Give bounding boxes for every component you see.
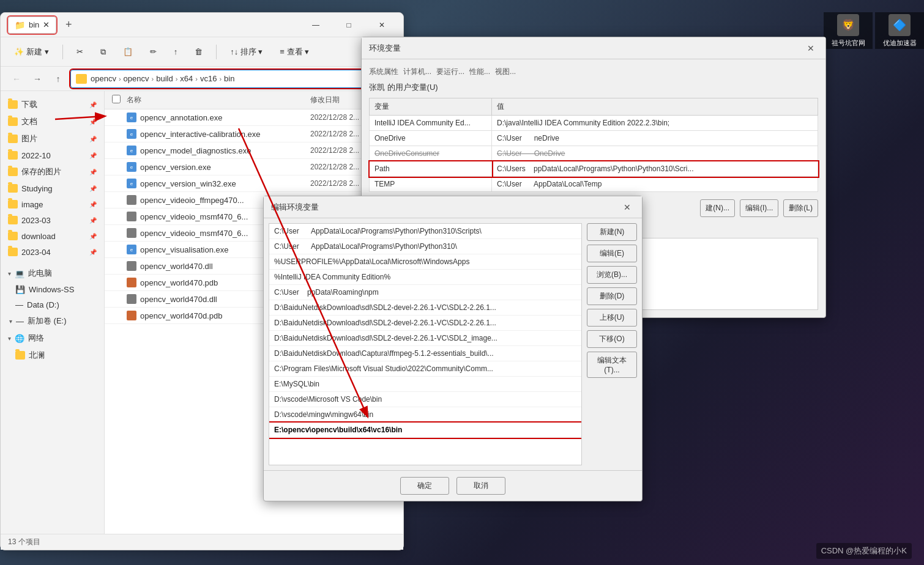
up-button[interactable]: ↑ [50,70,67,87]
file-item-4[interactable]: e opencv_version.exe 2022/12/28 2... [105,159,403,175]
path-entry-2[interactable]: C:\User AppData\Local\Programs\Python\Py… [269,239,581,254]
env-dialog-close-btn[interactable]: ✕ [803,41,818,56]
file-item-1[interactable]: e opencv_annotation.exe 2022/12/28 2... [105,109,403,126]
path-entry-5[interactable]: C:\User ppData\Roaming\npm [269,285,581,300]
env-row-onedrive-consumer[interactable]: OneDriveConsumer C:\User OneDrive [370,146,818,161]
active-tab[interactable]: 📁 bin ✕ [8,17,56,34]
path-entry-10[interactable]: C:\Program Files\Microsoft Visual Studio… [269,361,581,377]
view-button[interactable]: ≡ 查看 ▾ [274,43,315,61]
edit-env-delete-btn[interactable]: 删除(D) [587,287,637,305]
edit-env-new-btn[interactable]: 新建(N) [587,223,637,241]
path-entry-6[interactable]: D:\BaiduNetdiskDownload\sdl\SDL2-devel-2… [269,300,581,316]
path-entry-14-highlighted[interactable]: E:\opencv\opencv\build\x64\vc16\bin [269,423,581,438]
sidebar-item-new-volume-e[interactable]: ▾ — 新加卷 (E:) [1,312,104,330]
status-bar: 13 个项目 [1,534,403,550]
env-row-path[interactable]: Path C:\Users ppData\Local\Programs\Pyth… [370,161,818,177]
pdb-icon-1 [127,278,136,287]
edit-env-text-btn[interactable]: 编辑文本(T)... [587,352,637,378]
tab-close-btn[interactable]: ✕ [43,20,50,29]
sidebar-item-saved-images[interactable]: 保存的图片 📌 [1,163,104,180]
env-val-intellij: D:\java\IntelliJ IDEA Community Edition … [492,116,818,131]
pictures-folder-icon [8,134,18,144]
cut-button[interactable]: ✂ [70,44,89,59]
env-var-onedrive: OneDrive [370,131,492,146]
path-entry-9[interactable]: D:\BaiduNetdiskDownload\Captura\ffmpeg-5… [269,346,581,361]
back-button[interactable]: ← [8,70,25,87]
edit-env-cancel-btn[interactable]: 取消 [456,477,505,495]
beiluan-folder-icon [15,350,25,360]
paste-button[interactable]: 📋 [117,44,139,59]
address-folder-icon [76,74,87,84]
path-entry-7[interactable]: D:\BaiduNetdiskDownload\sdl\SDL2-devel-2… [269,316,581,331]
path-entry-8[interactable]: D:\BaiduNetdiskDownload\sdl\SDL2-devel-2… [269,331,581,346]
sidebar-item-docs[interactable]: 文档 📌 [1,113,104,130]
env-row-temp[interactable]: TEMP C:\User AppData\Local\Temp [370,177,818,192]
file-item-2[interactable]: e opencv_interactive-calibration.exe 202… [105,126,403,142]
tab-add-btn[interactable]: + [60,17,77,34]
env-row-onedrive[interactable]: OneDrive C:\User neDrive [370,131,818,146]
sort-button[interactable]: ↑↓ 排序 ▾ [224,43,269,61]
sidebar-item-2023-03[interactable]: 2023-03 📌 [1,212,104,228]
sidebar-item-download[interactable]: 下载 📌 [1,96,104,113]
edit-env-ok-btn[interactable]: 确定 [400,477,449,495]
sidebar-item-data-d[interactable]: — Data (D:) [1,297,104,312]
env-dialog-title: 环境变量 [369,43,401,54]
rename-button[interactable]: ✏ [144,44,163,59]
path-entry-11[interactable]: E:\MySQL\bin [269,377,581,392]
env-new-btn[interactable]: 建(N)... [700,199,735,217]
env-row-intellij[interactable]: IntelliJ IDEA Community Ed... D:\java\In… [370,116,818,131]
sidebar-item-2022-10[interactable]: 2022-10 📌 [1,147,104,163]
toolbar: ✨ 新建 ▾ ✂ ⧉ 📋 ✏ ↑ 🗑 ↑↓ 排序 ▾ ≡ 查看 ▾ [1,37,403,67]
exe-icon-2: e [127,129,136,139]
sidebar-item-windows-ss[interactable]: 💾 Windows-SS [1,282,104,297]
network-icon: 🌐 [15,334,24,343]
sidebar-item-beiluan[interactable]: 北澜 [1,347,104,364]
dll-icon-1 [127,195,136,205]
new-button[interactable]: ✨ 新建 ▾ [8,43,55,61]
sidebar-item-network[interactable]: ▾ 🌐 网络 [1,330,104,347]
env-var-path: Path [370,161,492,177]
file-item-5[interactable]: e opencv_version_win32.exe 2022/12/28 2.… [105,175,403,192]
copy-button[interactable]: ⧉ [94,44,112,60]
minimize-btn[interactable]: — [302,15,330,35]
edit-env-close-btn[interactable]: ✕ [620,200,635,215]
env-val-onedrive-consumer: C:\User OneDrive [492,146,818,161]
file-list-header: 名称 修改日期 [105,91,403,109]
pc-icon: 💻 [15,269,24,278]
sidebar-item-image[interactable]: image 📌 [1,196,104,212]
path-entry-4[interactable]: %IntelliJ IDEA Community Edition% [269,270,581,285]
download-folder-icon [8,100,18,109]
env-delete-btn[interactable]: 删除(L) [783,199,818,217]
saved-images-icon [8,167,18,177]
user-vars-title: 张凯 的用户变量(U) [369,82,818,93]
forward-button[interactable]: → [29,70,46,87]
sidebar-item-studying[interactable]: Studying 📌 [1,180,104,196]
path-entry-3[interactable]: %USERPROFILE%\AppData\Local\Microsoft\Wi… [269,254,581,270]
maximize-btn[interactable]: □ [335,15,363,35]
sidebar-item-2023-04[interactable]: 2023-04 📌 [1,244,104,260]
share-button[interactable]: ↑ [168,44,184,59]
path-entry-12[interactable]: D:\vscode\Microsoft VS Code\bin [269,392,581,407]
select-all-checkbox[interactable] [112,95,121,103]
address-bar[interactable]: opencv › opencv › build › x64 › vc16 › b… [70,70,396,88]
sidebar-network-label: 网络 [28,333,44,344]
close-btn[interactable]: ✕ [368,15,396,35]
view-label: ≡ 查看 ▾ [280,46,309,57]
edit-env-up-btn[interactable]: 上移(U) [587,309,637,327]
delete-button[interactable]: 🗑 [188,44,209,59]
edit-env-edit-btn[interactable]: 编辑(E) [587,245,637,262]
env-edit-btn[interactable]: 编辑(I)... [740,199,778,217]
path-entry-1[interactable]: C:\User AppData\Local\Programs\Python\Py… [269,224,581,239]
edit-env-browse-btn[interactable]: 浏览(B)... [587,266,637,284]
top-icon-2[interactable]: 🔷 优迪加速器 [875,12,924,49]
sidebar-item-download2[interactable]: download 📌 [1,228,104,244]
env-buttons-panel: 新建(N) 编辑(E) 浏览(B)... 删除(D) 上移(U) 下移(O) 编… [587,218,642,470]
sidebar-download-label: 下载 [21,99,37,110]
file-item-3[interactable]: e opencv_model_diagnostics.exe 2022/12/2… [105,142,403,159]
edit-env-down-btn[interactable]: 下移(O) [587,330,637,348]
top-icon-1[interactable]: 🦁 祖号坑官网 [824,12,873,49]
path-entry-13[interactable]: D:\vscode\mingw\mingw64\bin [269,407,581,423]
sidebar-item-pictures[interactable]: 图片 📌 [1,130,104,147]
exe-icon-6: e [127,245,136,254]
sidebar-item-this-pc[interactable]: ▾ 💻 此电脑 [1,265,104,282]
